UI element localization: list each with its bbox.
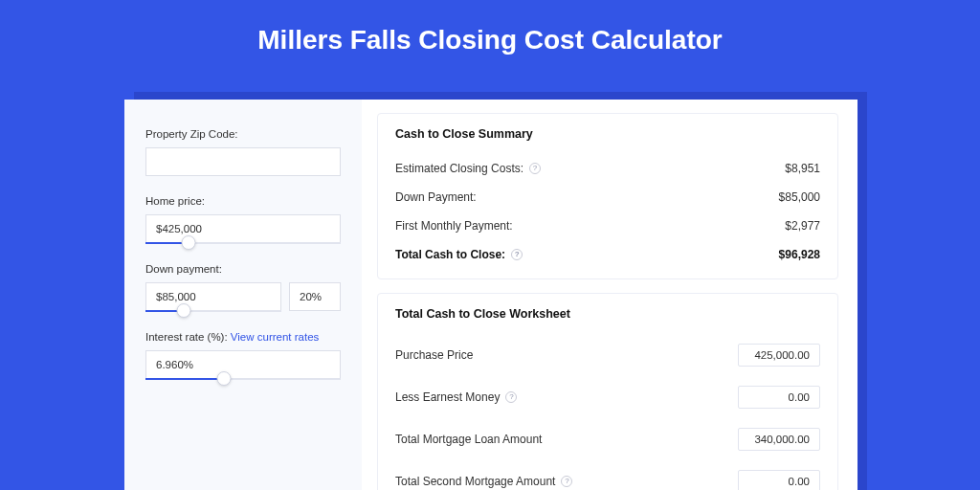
summary-row-label-text: First Monthly Payment:: [395, 219, 513, 233]
interest-rate-slider-fill: [145, 378, 224, 380]
worksheet-row: Less Earnest Money?0.00: [395, 376, 820, 418]
home-price-slider-thumb[interactable]: [181, 235, 195, 250]
summary-row-value: $96,928: [779, 248, 820, 261]
summary-row-value: $8,951: [785, 162, 820, 175]
summary-row-label: Total Cash to Close:?: [395, 248, 523, 261]
view-rates-link[interactable]: View current rates: [231, 331, 319, 343]
zip-label: Property Zip Code:: [145, 128, 341, 140]
worksheet-row: Purchase Price425,000.00: [395, 334, 820, 376]
home-price-slider[interactable]: [145, 242, 341, 244]
down-payment-slider[interactable]: [145, 310, 281, 312]
home-price-input[interactable]: [145, 214, 341, 243]
help-icon[interactable]: ?: [505, 391, 517, 403]
worksheet-row-label-text: Total Second Mortgage Amount: [395, 475, 555, 488]
worksheet-row: Total Mortgage Loan Amount340,000.00: [395, 418, 820, 460]
summary-row-value: $2,977: [785, 219, 820, 233]
summary-row: Estimated Closing Costs:?$8,951: [395, 154, 820, 183]
interest-rate-slider[interactable]: [145, 378, 341, 380]
worksheet-row-value[interactable]: 425,000.00: [738, 344, 820, 367]
summary-row-label: Estimated Closing Costs:?: [395, 162, 541, 175]
summary-row-value: $85,000: [779, 190, 820, 204]
down-payment-label: Down payment:: [145, 263, 341, 275]
interest-rate-label-text: Interest rate (%):: [145, 331, 228, 343]
down-payment-field: Down payment:: [145, 263, 341, 312]
inputs-sidebar: Property Zip Code: Home price: Down paym…: [124, 100, 362, 490]
worksheet-row: Total Second Mortgage Amount?0.00: [395, 460, 820, 490]
worksheet-row-label: Less Earnest Money?: [395, 390, 517, 404]
worksheet-heading: Total Cash to Close Worksheet: [395, 307, 820, 321]
zip-input[interactable]: [145, 147, 341, 176]
worksheet-row-value[interactable]: 340,000.00: [738, 428, 820, 451]
calculator-panel: Property Zip Code: Home price: Down paym…: [124, 100, 858, 490]
results-main: Cash to Close Summary Estimated Closing …: [362, 100, 858, 490]
summary-row: Total Cash to Close:?$96,928: [395, 240, 820, 269]
help-icon[interactable]: ?: [529, 163, 541, 174]
worksheet-row-label-text: Total Mortgage Loan Amount: [395, 433, 542, 446]
down-payment-percent-input[interactable]: [289, 282, 341, 311]
worksheet-row-value[interactable]: 0.00: [738, 386, 820, 409]
home-price-label: Home price:: [145, 195, 341, 207]
interest-rate-slider-thumb[interactable]: [216, 371, 231, 386]
down-payment-input[interactable]: [145, 282, 281, 311]
worksheet-row-label: Purchase Price: [395, 348, 473, 362]
home-price-field: Home price:: [145, 195, 341, 244]
summary-row-label-text: Estimated Closing Costs:: [395, 162, 523, 175]
worksheet-row-value[interactable]: 0.00: [738, 470, 820, 490]
interest-rate-field: Interest rate (%): View current rates: [145, 331, 341, 380]
summary-rows: Estimated Closing Costs:?$8,951Down Paym…: [395, 154, 820, 269]
interest-rate-label: Interest rate (%): View current rates: [145, 331, 341, 343]
summary-row-label-text: Total Cash to Close:: [395, 248, 505, 261]
worksheet-row-label-text: Purchase Price: [395, 348, 473, 362]
help-icon[interactable]: ?: [561, 476, 572, 487]
worksheet-row-label-text: Less Earnest Money: [395, 390, 500, 404]
interest-rate-input[interactable]: [145, 350, 341, 379]
help-icon[interactable]: ?: [511, 249, 523, 260]
summary-row-label: Down Payment:: [395, 190, 477, 204]
page-title: Millers Falls Closing Cost Calculator: [0, 0, 980, 77]
zip-field: Property Zip Code:: [145, 128, 341, 176]
summary-row-label-text: Down Payment:: [395, 190, 477, 204]
worksheet-rows: Purchase Price425,000.00Less Earnest Mon…: [395, 334, 820, 490]
worksheet-row-label: Total Second Mortgage Amount?: [395, 475, 572, 488]
worksheet-row-label: Total Mortgage Loan Amount: [395, 433, 542, 446]
summary-row: First Monthly Payment:$2,977: [395, 212, 820, 240]
summary-row-label: First Monthly Payment:: [395, 219, 513, 233]
down-payment-slider-thumb[interactable]: [176, 303, 190, 318]
summary-heading: Cash to Close Summary: [395, 127, 820, 141]
summary-row: Down Payment:$85,000: [395, 183, 820, 212]
worksheet-card: Total Cash to Close Worksheet Purchase P…: [377, 293, 838, 490]
summary-card: Cash to Close Summary Estimated Closing …: [377, 113, 838, 279]
